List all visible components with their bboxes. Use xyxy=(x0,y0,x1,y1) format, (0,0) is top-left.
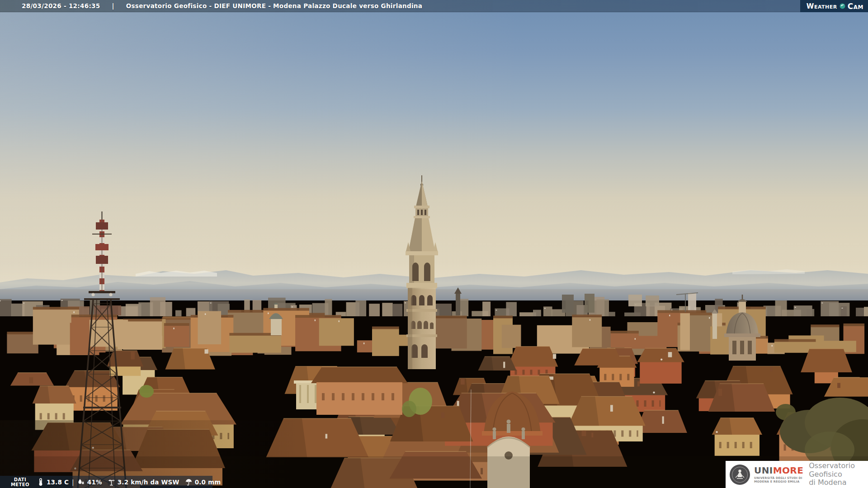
rain-value: 0.0 mm xyxy=(195,479,221,486)
wind-value: 3.2 km/h da WSW xyxy=(118,479,179,486)
university-subtitle: UNIVERSITÀ DEGLI STUDI DI MODENA E REGGI… xyxy=(754,476,803,483)
temperature-reading: 13.8 C xyxy=(37,478,69,486)
weathercam-cam-label: Cam xyxy=(848,2,863,11)
weathercam-weather-label: Weather xyxy=(807,2,837,10)
temperature-value: 13.8 C xyxy=(47,479,69,486)
humidity-reading: 41% xyxy=(77,478,102,486)
rain-reading: 0.0 mm xyxy=(185,478,221,486)
umbrella-icon xyxy=(185,478,193,486)
humidity-icon xyxy=(77,478,85,486)
page-title: Osservatorio Geofisico - DIEF UNIMORE - … xyxy=(126,2,423,9)
webcam-photo xyxy=(0,0,868,488)
observatory-name: Osservatorio Geofisico di Modena xyxy=(809,462,864,487)
unimore-logo[interactable]: UNIMORE UNIVERSITÀ DEGLI STUDI DI MODENA… xyxy=(726,461,868,488)
weather-data-bar: DATI METEO 13.8 C | 41% 3.2 km/h da WSW xyxy=(0,476,212,488)
unimore-wordmark: UNIMORE UNIVERSITÀ DEGLI STUDI DI MODENA… xyxy=(754,466,803,483)
globe-icon xyxy=(840,3,845,9)
humidity-value: 41% xyxy=(87,479,102,486)
unimore-uni-text: UNI xyxy=(754,465,773,476)
wind-vane-icon xyxy=(108,478,115,486)
weathercam-logo[interactable]: Weather Cam xyxy=(800,0,868,12)
wind-reading: 3.2 km/h da WSW xyxy=(108,478,179,486)
timestamp: 28/03/2026 - 12:46:35 xyxy=(22,2,100,9)
separator: | xyxy=(112,2,114,9)
thermometer-icon xyxy=(37,478,44,486)
unimore-more-text: MORE xyxy=(773,465,804,476)
top-info-bar: 28/03/2026 - 12:46:35 | Osservatorio Geo… xyxy=(0,0,868,12)
university-seal-icon xyxy=(729,464,750,485)
bar-divider: | xyxy=(72,479,74,486)
dati-meteo-label: DATI METEO xyxy=(11,477,29,487)
